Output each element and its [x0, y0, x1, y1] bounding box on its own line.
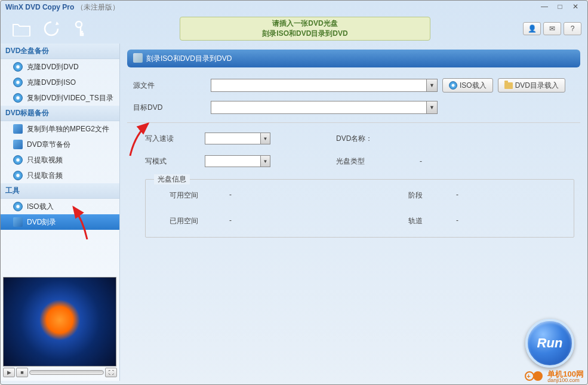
refresh-button[interactable] [36, 17, 66, 41]
folder-icon [504, 82, 513, 89]
sidebar-item-chapter-backup[interactable]: DVD章节备份 [1, 137, 119, 152]
folder-icon [13, 93, 23, 103]
play-button[interactable]: ▶ [3, 368, 15, 377]
used-space-label: 已用空间 [170, 216, 229, 226]
button-label: ISO载入 [460, 81, 487, 91]
burn-section-icon [133, 53, 143, 64]
iso-icon [13, 77, 23, 88]
disc-type-label: 光盘类型 [336, 156, 420, 167]
sidebar-group-full-backup: DVD全盘备份 [1, 44, 119, 59]
sidebar-item-clone-dvd-to-dvd[interactable]: 克隆DVD到DVD [1, 59, 119, 75]
audio-icon [13, 170, 23, 181]
sidebar-item-label: 克隆DVD到DVD [27, 62, 79, 72]
dvd-dir-load-button[interactable]: DVD目录载入 [498, 78, 565, 93]
notice-line1: 请插入一张DVD光盘 [272, 19, 337, 29]
mail-button[interactable]: ✉ [543, 22, 561, 35]
sidebar-group-title-backup: DVD标题备份 [1, 106, 119, 121]
toolbar: 请插入一张DVD光盘 刻录ISO和DVD目录到DVD 👤 ✉ ? [1, 14, 587, 44]
target-dvd-label: 目标DVD [133, 103, 211, 113]
write-speed-label: 写入速读 [145, 134, 205, 144]
sidebar-item-clone-dvd-to-iso[interactable]: 克隆DVD到ISO [1, 75, 119, 90]
stage-label: 阶段 [408, 190, 456, 201]
watermark-url: danji100.com [547, 378, 584, 383]
track-label: 轨道 [408, 216, 456, 226]
sidebar-item-copy-mpeg2[interactable]: 复制到单独的MPEG2文件 [1, 121, 119, 137]
sidebar-item-label: ISO载入 [27, 202, 54, 212]
chevron-down-icon: ▼ [426, 101, 437, 113]
sidebar-item-label: 克隆DVD到ISO [27, 78, 76, 88]
run-label: Run [537, 335, 563, 351]
app-window: WinX DVD Copy Pro （未注册版） — □ ✕ 请插入一张DVD光… [0, 0, 588, 385]
button-label: DVD目录载入 [515, 81, 559, 91]
account-button[interactable]: 👤 [523, 22, 541, 35]
video-icon [13, 155, 23, 165]
sidebar-group-tools: 工具 [1, 183, 119, 199]
write-speed-combo[interactable]: ▼ [205, 133, 270, 144]
disc-info-fieldset: 光盘信息 可用空间 - 阶段 - 已用空间 - 轨道 - [145, 179, 574, 238]
target-dvd-combo[interactable]: ▼ [211, 101, 438, 114]
fullscreen-button[interactable]: ⛶ [105, 368, 117, 377]
sidebar-item-dvd-burn[interactable]: DVD刻录 [1, 214, 119, 230]
source-file-label: 源文件 [133, 81, 211, 91]
svg-point-0 [76, 21, 82, 27]
seek-slider[interactable] [29, 370, 104, 375]
file-icon [13, 124, 23, 134]
available-space-value: - [229, 190, 301, 201]
available-space-label: 可用空间 [170, 190, 229, 201]
burn-icon [13, 217, 23, 227]
iso-mount-icon [13, 201, 23, 212]
disc-type-value: - [420, 157, 467, 165]
sidebar-item-label: DVD章节备份 [27, 140, 70, 150]
watermark: + 单机100网 danji100.com [525, 370, 584, 383]
mail-icon: ✉ [549, 24, 555, 33]
used-space-value: - [229, 216, 301, 226]
player-controls: ▶ ■ ⛶ [3, 366, 117, 378]
key-button[interactable] [66, 17, 96, 41]
chevron-down-icon: ▼ [260, 156, 270, 167]
disc-icon [13, 61, 23, 72]
open-folder-button[interactable] [7, 17, 36, 41]
sidebar-item-extract-video[interactable]: 只提取视频 [1, 152, 119, 168]
write-mode-label: 写模式 [145, 156, 205, 167]
preview-screen [3, 277, 116, 366]
track-value: - [456, 216, 492, 226]
section-title: 刻录ISO和DVD目录到DVD [146, 54, 232, 64]
maximize-button[interactable]: □ [553, 2, 567, 12]
notice-line2: 刻录ISO和DVD目录到DVD [262, 29, 347, 39]
minimize-button[interactable]: — [537, 2, 552, 12]
help-button[interactable]: ? [564, 22, 581, 35]
disc-info-legend: 光盘信息 [154, 174, 190, 184]
stage-value: - [456, 190, 492, 201]
sidebar-item-label: 只提取音频 [27, 171, 63, 181]
chevron-down-icon: ▼ [260, 133, 270, 144]
close-button[interactable]: ✕ [568, 2, 583, 12]
watermark-logo-icon: + [525, 371, 545, 382]
app-title-suffix: （未注册版） [76, 2, 119, 13]
sidebar-item-extract-audio[interactable]: 只提取音频 [1, 168, 119, 183]
preview-area: ▶ ■ ⛶ [1, 275, 119, 381]
notice-banner: 请插入一张DVD光盘 刻录ISO和DVD目录到DVD [180, 17, 430, 41]
stop-button[interactable]: ■ [16, 368, 28, 377]
source-file-combo[interactable]: ▼ [211, 79, 438, 92]
write-mode-combo[interactable]: ▼ [205, 155, 270, 167]
sidebar-item-label: 复制DVD到VIDEO_TS目录 [27, 93, 113, 103]
iso-load-button[interactable]: ISO载入 [442, 78, 493, 93]
run-button[interactable]: Run [525, 319, 574, 368]
chapter-icon [13, 139, 23, 150]
sidebar: DVD全盘备份 克隆DVD到DVD 克隆DVD到ISO 复制DVD到VIDEO_… [1, 44, 120, 381]
dvd-name-label: DVD名称： [336, 134, 420, 144]
sidebar-item-iso-mount[interactable]: ISO载入 [1, 199, 119, 214]
section-header: 刻录ISO和DVD目录到DVD [127, 50, 580, 67]
help-icon: ? [571, 24, 575, 33]
sidebar-item-label: 只提取视频 [27, 155, 63, 165]
content-panel: 刻录ISO和DVD目录到DVD 源文件 ▼ ISO载入 DVD目录载入 目标DV… [120, 44, 587, 381]
app-title: WinX DVD Copy Pro [5, 3, 74, 11]
divider [127, 122, 580, 123]
user-icon: 👤 [528, 24, 537, 33]
sidebar-item-label: DVD刻录 [27, 217, 56, 227]
iso-icon [449, 81, 457, 90]
sidebar-item-copy-to-videots[interactable]: 复制DVD到VIDEO_TS目录 [1, 90, 119, 106]
titlebar: WinX DVD Copy Pro （未注册版） — □ ✕ [1, 1, 587, 14]
sidebar-item-label: 复制到单独的MPEG2文件 [27, 124, 109, 134]
chevron-down-icon: ▼ [426, 79, 437, 91]
